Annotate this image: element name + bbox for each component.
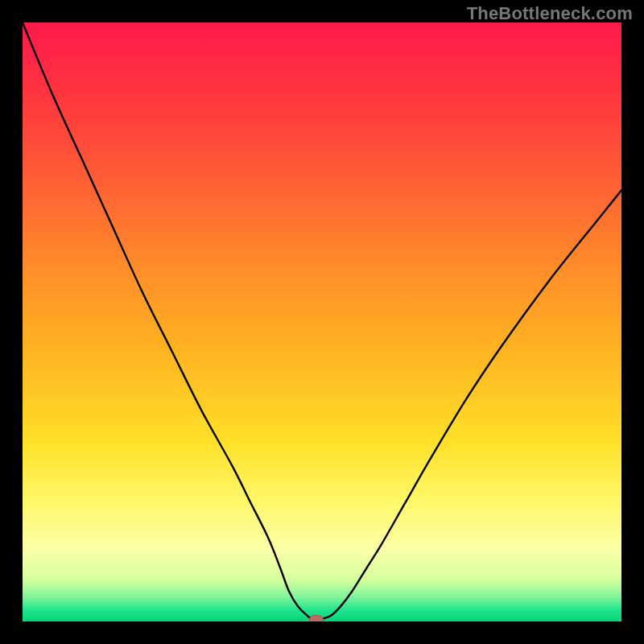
chart-frame: TheBottleneck.com xyxy=(0,0,644,644)
watermark-text: TheBottleneck.com xyxy=(467,3,633,24)
optimum-marker xyxy=(309,615,324,621)
bottleneck-curve xyxy=(23,23,621,621)
plot-area xyxy=(23,23,621,621)
